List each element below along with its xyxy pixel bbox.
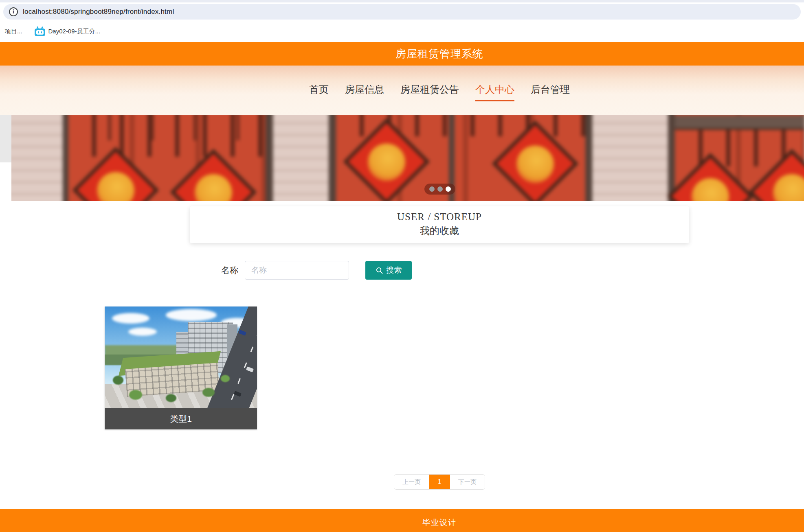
nav-item-house-info[interactable]: 房屋信息 xyxy=(345,83,384,101)
bookmarks-bar: 项目... Day02-09-员工分... xyxy=(0,21,804,42)
search-form: 名称 搜索 xyxy=(221,261,804,280)
carousel-indicators xyxy=(424,184,455,195)
carousel-dot-1[interactable] xyxy=(429,186,435,192)
site-footer: 毕业设计 xyxy=(0,509,804,532)
pagination-container: 上一页 1 下一页 xyxy=(0,474,804,490)
bilibili-icon xyxy=(35,28,45,36)
search-button-label: 搜索 xyxy=(387,265,402,276)
main-navigation: 首页 房屋信息 房屋租赁公告 个人中心 后台管理 xyxy=(0,66,804,115)
banner-doorframe xyxy=(668,115,675,201)
pagination: 上一页 1 下一页 xyxy=(394,474,485,490)
search-input[interactable] xyxy=(245,261,349,280)
site-header: 房屋租赁管理系统 xyxy=(0,42,804,66)
module-title-card: USER / STOREUP 我的收藏 xyxy=(190,206,689,243)
banner-doorframe xyxy=(329,115,336,201)
banner-carousel[interactable] xyxy=(0,115,804,201)
browser-toolbar: i localhost:8080/springboot89nep/front/i… xyxy=(0,2,804,21)
banner-wall xyxy=(592,115,668,201)
banner-doorframe xyxy=(585,115,592,201)
page-title: 房屋租赁管理系统 xyxy=(395,47,483,61)
module-name-text: 我的收藏 xyxy=(190,224,689,237)
footer-text: 毕业设计 xyxy=(422,517,457,528)
bookmark-label: Day02-09-员工分... xyxy=(48,28,101,35)
banner-doorframe xyxy=(266,115,273,201)
item-title: 类型1 xyxy=(105,408,257,429)
site-info-icon[interactable]: i xyxy=(9,7,18,16)
nav-item-home[interactable]: 首页 xyxy=(309,83,329,101)
carousel-dot-2[interactable] xyxy=(437,186,443,192)
next-page-button[interactable]: 下一页 xyxy=(450,475,485,489)
banner-doorframe xyxy=(63,115,68,201)
search-field-label: 名称 xyxy=(221,265,238,276)
search-button[interactable]: 搜索 xyxy=(365,261,412,280)
nav-item-personal-center[interactable]: 个人中心 xyxy=(475,83,514,101)
carousel-dot-3[interactable] xyxy=(446,186,451,192)
current-page-button[interactable]: 1 xyxy=(429,474,450,490)
nav-item-admin[interactable]: 后台管理 xyxy=(531,83,570,101)
nav-row: 首页 房屋信息 房屋租赁公告 个人中心 后台管理 xyxy=(309,83,570,115)
banner-wall xyxy=(273,115,329,201)
bookmark-label: 项目... xyxy=(5,28,22,35)
nav-item-rental-notice[interactable]: 房屋租赁公告 xyxy=(400,83,459,101)
search-icon xyxy=(376,267,383,274)
collection-item-card[interactable]: 类型1 xyxy=(105,307,257,429)
bookmark-item-project[interactable]: 项目... xyxy=(5,28,22,35)
prev-page-button[interactable]: 上一页 xyxy=(394,475,429,489)
module-path-text: USER / STOREUP xyxy=(190,211,689,223)
address-bar[interactable]: i localhost:8080/springboot89nep/front/i… xyxy=(3,4,801,20)
building-photo xyxy=(105,307,257,408)
banner-illustration xyxy=(0,115,804,201)
bookmark-item-day02[interactable]: Day02-09-员工分... xyxy=(35,27,101,36)
url-text[interactable]: localhost:8080/springboot89nep/front/ind… xyxy=(23,8,174,16)
banner-edge-strip xyxy=(0,115,11,201)
